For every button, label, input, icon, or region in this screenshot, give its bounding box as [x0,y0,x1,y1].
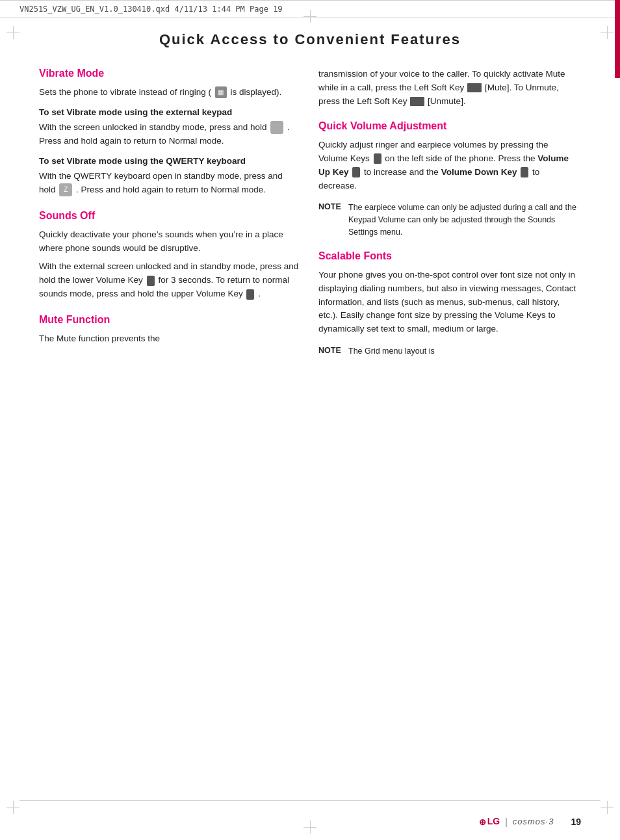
left-column: Vibrate Mode Sets the phone to vibrate i… [39,68,299,364]
crosshair-top-center [304,10,316,23]
sounds-off-section: Sounds Off Quickly deactivate your phone… [39,210,299,302]
red-accent-bar [615,0,620,78]
scalable-fonts-title: Scalable Fonts [318,250,578,262]
left-soft-key-icon-2 [410,97,424,106]
sounds-off-title: Sounds Off [39,210,299,222]
right-column: transmission of your voice to the caller… [318,68,578,364]
volume-down-icon-small [147,276,155,286]
scalable-fonts-text: Your phone gives you on-the-spot control… [318,269,578,337]
top-bar-text: VN251S_VZW_UG_EN_V1.0_130410.qxd 4/11/13… [19,5,283,14]
crosshair-top-left [6,26,19,39]
quick-volume-text: Quickly adjust ringer and earpiece volum… [318,138,578,193]
crosshair-bottom-left [6,801,19,814]
page-title: Quick Access to Convenient Features [39,31,581,48]
sounds-off-text2: With the external screen unlocked and in… [39,260,299,301]
page-container: VN251S_VZW_UG_EN_V1.0_130410.qxd 4/11/13… [0,0,620,840]
mute-function-title: Mute Function [39,314,299,326]
crosshair-top-right [601,26,614,39]
cosmos-logo: cosmos·3 [513,817,554,826]
footer-separator: | [505,817,508,827]
scalable-fonts-section: Scalable Fonts Your phone gives you on-t… [318,250,578,358]
mute-continuation-text: transmission of your voice to the caller… [318,68,578,109]
scalable-fonts-note-text: The Grid menu layout is [348,345,435,358]
quick-volume-note: NOTE The earpiece volume can only be adj… [318,202,578,238]
vibrate-mode-intro: Sets the phone to vibrate instead of rin… [39,86,299,99]
vibrate-mode-section: Vibrate Mode Sets the phone to vibrate i… [39,68,299,197]
scalable-fonts-note-label: NOTE [318,345,343,358]
vibrate-qwerty-heading: To set Vibrate mode using the QWERTY key… [39,156,299,166]
quick-volume-section: Quick Volume Adjustment Quickly adjust r… [318,120,578,239]
page-number: 19 [571,817,581,827]
left-soft-key-icon [467,83,482,92]
z-key-icon: Z [59,183,72,196]
hash-key-icon [270,121,283,134]
volume-keys-icon [374,153,381,164]
mute-function-section: Mute Function The Mute function prevents… [39,314,299,346]
columns: Vibrate Mode Sets the phone to vibrate i… [39,68,581,364]
page-footer: ⊕LG | cosmos·3 19 [0,816,620,827]
mute-function-text: The Mute function prevents the [39,332,299,346]
quick-volume-note-label: NOTE [318,202,343,238]
mute-continuation: transmission of your voice to the caller… [318,68,578,109]
vibrate-icon: ▦ [215,86,227,98]
vibrate-external-keypad-text: With the screen unlocked in standby mode… [39,121,299,148]
scalable-fonts-note: NOTE The Grid menu layout is [318,345,578,358]
content-area: Quick Access to Convenient Features Vibr… [0,25,620,403]
lg-logo: ⊕LG [479,816,500,827]
vibrate-external-keypad-heading: To set Vibrate mode using the external k… [39,107,299,117]
vibrate-mode-title: Vibrate Mode [39,68,299,79]
bottom-divider [19,800,601,801]
sounds-off-text1: Quickly deactivate your phone’s sounds w… [39,228,299,256]
volume-up-icon-small [246,289,254,300]
vibrate-qwerty-text: With the QWERTY keyboard open in standby… [39,170,299,197]
quick-volume-note-text: The earpiece volume can only be adjusted… [348,202,578,238]
volume-down-label: Volume Down Key [441,167,517,177]
crosshair-bottom-right [601,801,614,814]
quick-volume-title: Quick Volume Adjustment [318,120,578,132]
volume-down-arrow-icon [521,167,528,177]
volume-up-arrow-icon [352,167,360,177]
